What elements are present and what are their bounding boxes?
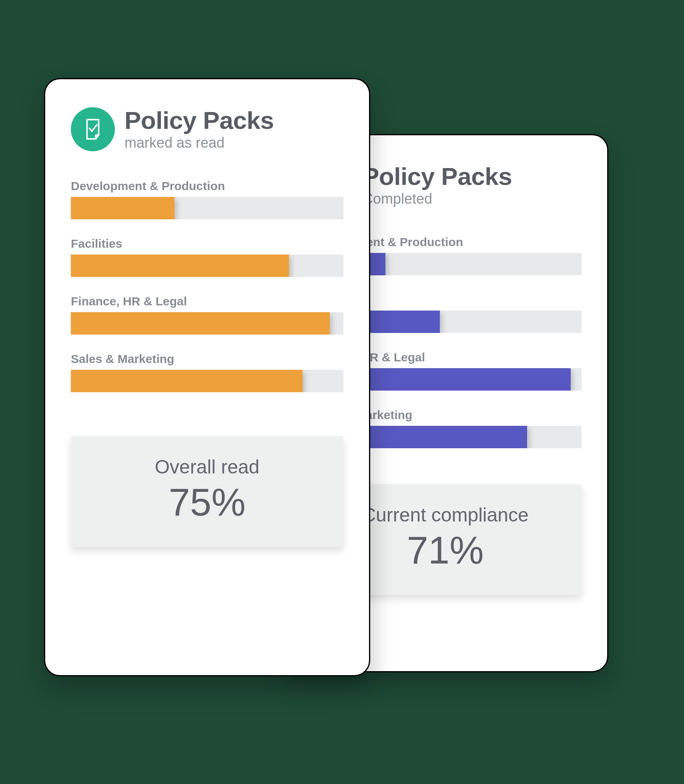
summary-box: Overall read 75% [71,436,343,547]
bar-fill [71,370,303,392]
summary-label: Overall read [79,455,335,479]
bar-label: Facilities [71,237,343,251]
card-title: Policy Packs [363,163,512,189]
bar-fill [71,312,330,335]
card-title: Policy Packs [124,107,274,133]
bar-track [71,312,343,335]
bar-label: Sales & Marketing [71,352,343,366]
policy-check-icon [71,107,115,151]
bars-list: Development & Production Facilities Fina… [71,179,343,392]
bar-row: Facilities [71,237,343,277]
card-header-text: Policy Packs Completed [363,163,512,207]
card-header: Policy Packs marked as read [71,107,343,151]
bar-fill [71,197,175,219]
bar-row: Finance, HR & Legal [71,295,343,335]
bar-track [71,370,343,392]
summary-value: 75% [79,481,335,523]
card-subtitle: Completed [363,190,512,207]
bar-row: Development & Production [71,179,343,219]
bar-label: Development & Production [71,179,343,193]
bar-fill [71,255,289,277]
bar-track [71,197,343,219]
bar-label: Finance, HR & Legal [71,295,343,308]
bar-row: Sales & Marketing [71,352,343,392]
card-header-text: Policy Packs marked as read [124,107,274,151]
bar-track [71,255,343,277]
card-subtitle: marked as read [124,134,274,151]
policy-packs-read-card: Policy Packs marked as read Development … [44,78,370,676]
